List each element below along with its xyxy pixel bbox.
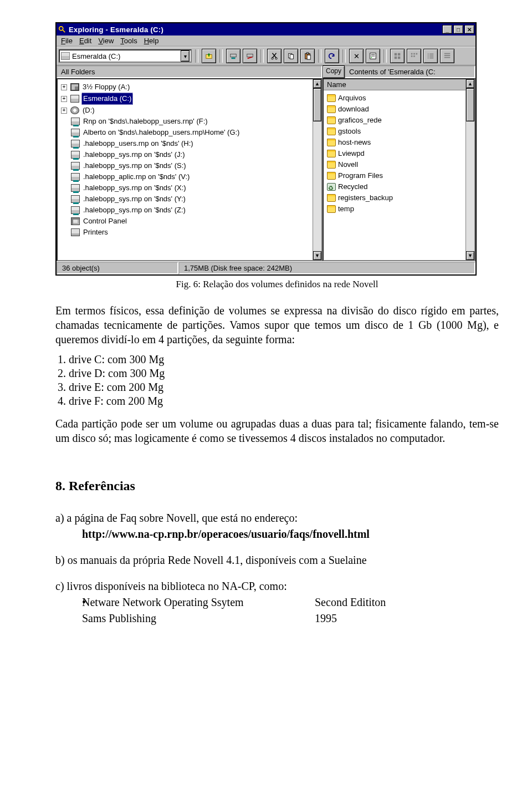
svg-rect-5: [247, 54, 253, 57]
reference-c-book: Netware Network Operating Ssytem Second …: [95, 594, 499, 610]
tree-item[interactable]: +Esmeralda (C:): [61, 93, 320, 105]
drive-combo[interactable]: Esmeralda (C:): [59, 49, 192, 63]
scroll-up-icon[interactable]: ▲: [466, 79, 474, 88]
svg-rect-23: [413, 53, 415, 55]
scroll-up-icon[interactable]: ▲: [313, 79, 321, 88]
chevron-down-icon[interactable]: [181, 50, 190, 62]
file-item-label: Novell: [338, 159, 358, 170]
svg-rect-13: [307, 55, 310, 59]
hdd-icon: [70, 95, 79, 103]
menu-tools[interactable]: Tools: [120, 37, 137, 45]
file-item[interactable]: Novell: [327, 159, 473, 170]
small-icons-button[interactable]: [407, 49, 421, 63]
svg-rect-29: [428, 55, 429, 57]
menu-view[interactable]: View: [98, 37, 114, 45]
tree-item[interactable]: Alberto on '$nds\.halebopp_users.rnp\Hom…: [61, 127, 320, 138]
reference-c-intro: c) livros disponíveis na biblioteca no N…: [55, 580, 287, 592]
up-folder-button[interactable]: [202, 49, 216, 63]
file-item[interactable]: Lviewpd: [327, 148, 473, 159]
section-title-references: 8. Referências: [55, 479, 499, 493]
tree-item[interactable]: .halebopp_sys.rnp on '$nds' (J:): [61, 149, 320, 160]
tree-item[interactable]: Control Panel: [61, 216, 320, 227]
copy-button[interactable]: [284, 49, 298, 63]
name-column-header[interactable]: Name: [324, 79, 474, 90]
svg-rect-24: [416, 53, 418, 55]
tree-item[interactable]: .halebopp_sys.rnp on '$nds' (X:): [61, 182, 320, 194]
scrollbar-vertical[interactable]: ▲ ▼: [466, 79, 474, 260]
file-item[interactable]: registers_backup: [327, 192, 473, 203]
file-item[interactable]: graficos_rede: [327, 115, 473, 126]
scrollbar-vertical[interactable]: ▲ ▼: [313, 79, 321, 260]
disconnect-drive-button[interactable]: [243, 49, 257, 63]
book-title: Netware Network Operating Ssytem: [95, 594, 328, 610]
map-drive-button[interactable]: [226, 49, 241, 63]
properties-button[interactable]: [366, 49, 380, 63]
expand-icon[interactable]: +: [61, 108, 67, 114]
large-icons-button[interactable]: [390, 49, 405, 63]
tree-item[interactable]: .halebopp_users.rnp on '$nds' (H:): [61, 138, 320, 149]
folder-icon: [327, 205, 336, 213]
tree-item[interactable]: Printers: [61, 227, 320, 238]
tree-item-label: Control Panel: [82, 216, 128, 227]
tree-item-label: .halebopp_sys.rnp on '$nds' (X:): [82, 182, 187, 194]
expand-icon[interactable]: +: [61, 84, 67, 90]
tree-item-label: .halebopp_sys.rnp on '$nds' (Z:): [82, 205, 187, 216]
tree-item[interactable]: .halebopp_sys.rnp on '$nds' (Y:): [61, 194, 320, 205]
toolbar-separator: [195, 49, 198, 63]
scrollbar-thumb[interactable]: [466, 88, 474, 121]
file-item[interactable]: gstools: [327, 126, 473, 137]
paste-button[interactable]: [300, 49, 315, 63]
delete-button[interactable]: ✕: [349, 49, 364, 63]
status-disk-space: 1,75MB (Disk free space: 242MB): [178, 262, 475, 274]
folder-icon: [327, 139, 336, 146]
tree-item[interactable]: Rnp on '$nds\.halebopp_users.rnp' (F:): [61, 116, 320, 127]
file-item[interactable]: Program Files: [327, 170, 473, 181]
list-item: drive E: com 200 Mg: [69, 381, 499, 394]
tree-item-label: .halebopp_aplic.rnp on '$nds' (V:): [82, 171, 191, 182]
titlebar[interactable]: Exploring - Esmeralda (C:) _ □ ✕: [57, 23, 475, 35]
book-edition: Second Edititon: [328, 594, 386, 610]
tree-item[interactable]: .halebopp_sys.rnp on '$nds' (Z:): [61, 205, 320, 216]
menu-edit[interactable]: Edit: [79, 37, 91, 45]
right-pane-header: Contents of 'Esmeralda (C:: [345, 65, 475, 78]
net-icon: [71, 140, 80, 147]
menu-file[interactable]: File: [61, 37, 73, 45]
reference-c: c) livros disponíveis na biblioteca no N…: [69, 578, 499, 627]
file-item-label: download: [338, 104, 369, 115]
file-item[interactable]: download: [327, 104, 473, 115]
contents-pane: Name Arquivosdownloadgraficos_redegstool…: [323, 78, 475, 261]
tree-item-label: Esmeralda (C:): [81, 93, 133, 105]
tree-item[interactable]: +(D:): [61, 105, 320, 116]
svg-rect-18: [395, 53, 397, 55]
publish-year: 1995: [328, 610, 337, 627]
menu-help[interactable]: Help: [144, 37, 159, 45]
tree-item[interactable]: +3½ Floppy (A:): [61, 82, 320, 93]
minimize-button[interactable]: _: [442, 25, 452, 34]
scroll-down-icon[interactable]: ▼: [313, 251, 321, 260]
reference-a-text: a) a página de Faq sobre Novell, que est…: [55, 512, 298, 524]
expand-icon[interactable]: +: [61, 96, 67, 102]
details-view-button[interactable]: [440, 49, 454, 63]
folder-icon: [327, 105, 336, 113]
net-icon: [71, 151, 80, 159]
file-item[interactable]: Recycled: [327, 181, 473, 192]
list-view-button[interactable]: [423, 49, 438, 63]
file-item-label: temp: [338, 203, 354, 215]
file-item[interactable]: temp: [327, 203, 473, 215]
tree-item[interactable]: .halebopp_aplic.rnp on '$nds' (V:): [61, 171, 320, 182]
tree-item[interactable]: .halebopp_sys.rnp on '$nds' (S:): [61, 160, 320, 171]
net-icon: [71, 195, 80, 203]
scroll-down-icon[interactable]: ▼: [466, 251, 474, 260]
scrollbar-thumb[interactable]: [313, 88, 321, 121]
file-item[interactable]: host-news: [327, 137, 473, 148]
file-item-label: registers_backup: [338, 192, 393, 203]
maximize-button[interactable]: □: [453, 25, 463, 34]
close-button[interactable]: ✕: [464, 25, 474, 34]
svg-rect-21: [398, 57, 400, 59]
undo-button[interactable]: [325, 49, 339, 63]
svg-rect-3: [231, 54, 237, 57]
toolbar-separator: [260, 49, 264, 63]
reference-a-url: http://www.na-cp.rnp.br/operacoes/usuari…: [95, 526, 499, 542]
file-item[interactable]: Arquivos: [327, 93, 473, 104]
cut-button[interactable]: [267, 49, 282, 63]
